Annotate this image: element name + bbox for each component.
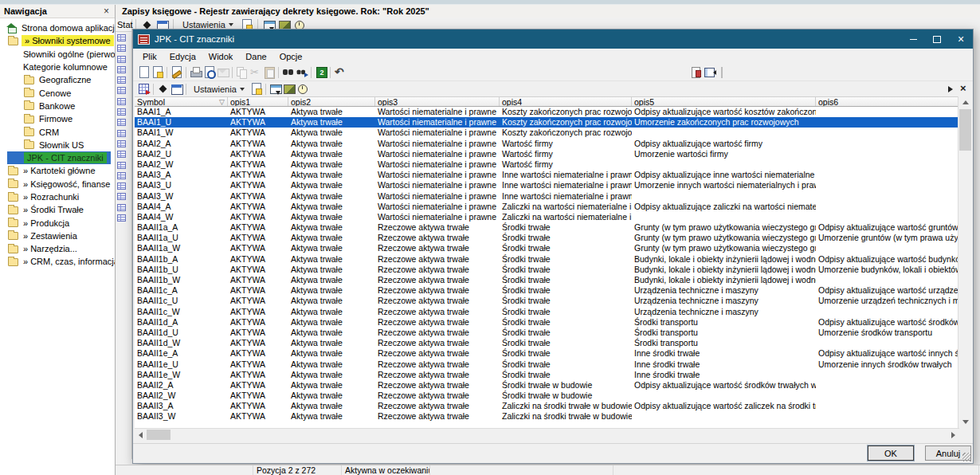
nav-item-cenowe[interactable]: Cenowe	[0, 86, 115, 99]
nav-item--ksi-gowo-finanse[interactable]: » Księgowość, finanse	[0, 178, 115, 190]
table-row[interactable]: BAAII1e_WAKTYWAAktywa trwałeRzeczowe akt…	[135, 370, 959, 380]
table-row[interactable]: BAAII1a_UAKTYWAAktywa trwałeRzeczowe akt…	[135, 233, 959, 243]
column-header-opis2[interactable]: opis2	[288, 97, 375, 106]
table-row[interactable]: BAAII3_AAKTYWAAktywa trwałeRzeczowe akty…	[135, 401, 959, 411]
nav-item--narz-dzia-[interactable]: » Narzędzia...	[0, 242, 115, 255]
grid-filter-icon[interactable]	[137, 82, 151, 96]
nav-item-s-ownik-us[interactable]: Słownik US	[0, 139, 115, 151]
table-row[interactable]: BAAII1c_WAKTYWAAktywa trwałeRzeczowe akt…	[135, 307, 959, 317]
column-header-opis1[interactable]: opis1	[228, 97, 288, 106]
column-header-opis5[interactable]: opis5	[632, 97, 816, 106]
paste-icon[interactable]	[262, 65, 276, 79]
user-columns-icon[interactable]	[689, 65, 703, 79]
nav-close-icon[interactable]: ×	[102, 6, 111, 17]
nav-item--rozrachunki[interactable]: » Rozrachunki	[0, 190, 115, 203]
cut-icon[interactable]	[249, 65, 262, 79]
vertical-scroll-thumb[interactable]	[959, 109, 971, 151]
undo-icon[interactable]	[333, 65, 347, 79]
dialog-title-bar[interactable]: JPK - CIT znaczniki ×	[133, 29, 973, 49]
column-header-opis3[interactable]: opis3	[375, 97, 500, 106]
window-arrow-icon[interactable]	[269, 82, 282, 96]
table-row[interactable]: BAAII1d_AAKTYWAAktywa trwałeRzeczowe akt…	[135, 317, 959, 328]
ustawienia-dropdown[interactable]: Ustawienia	[189, 84, 249, 95]
expand-arrow-icon[interactable]	[943, 82, 957, 96]
table-row[interactable]: BAAII1b_WAKTYWAAktywa trwałeRzeczowe akt…	[135, 275, 959, 285]
mail-icon[interactable]	[216, 65, 229, 79]
nav-item-crm[interactable]: CRM	[0, 125, 115, 138]
scroll-right-icon[interactable]	[947, 429, 959, 441]
new-document-icon[interactable]	[137, 65, 151, 79]
table-row[interactable]: BAAII1b_UAKTYWAAktywa trwałeRzeczowe akt…	[135, 265, 959, 275]
settings-properties-icon[interactable]	[249, 82, 263, 96]
table-row[interactable]: BAAII1a_WAKTYWAAktywa trwałeRzeczowe akt…	[135, 243, 959, 253]
table-row[interactable]: BAAI3_UAKTYWAAktywa trwałeWartości niema…	[135, 180, 959, 190]
edit-export-icon[interactable]	[170, 65, 183, 79]
find-icon[interactable]	[281, 65, 295, 79]
resize-grip[interactable]	[962, 453, 971, 461]
table-row[interactable]: BAAII1e_AAKTYWAAktywa trwałeRzeczowe akt…	[135, 348, 959, 359]
column-header-opis4[interactable]: opis4	[500, 97, 632, 106]
table-row[interactable]: BAAI3_AAKTYWAAktywa trwałeWartości niema…	[135, 170, 959, 180]
table-view-icon[interactable]	[170, 82, 183, 96]
table-row[interactable]: BAAI1_WAKTYWAAktywa trwałeWartości niema…	[135, 128, 959, 138]
nav-item--kartoteki-g-wne[interactable]: » Kartoteki główne	[0, 164, 115, 177]
table-row[interactable]: BAAII1c_UAKTYWAAktywa trwałeRzeczowe akt…	[135, 296, 959, 306]
scroll-left-icon[interactable]	[135, 429, 147, 441]
nav-item-firmowe[interactable]: Firmowe	[0, 112, 115, 125]
menu-edycja[interactable]: Edycja	[163, 51, 202, 62]
table-row[interactable]: BAAI2_UAKTYWAAktywa trwałeWartości niema…	[135, 149, 959, 159]
properties-icon[interactable]	[151, 65, 164, 79]
nav-item--s-owniki-systemowe[interactable]: » Słowniki systemowe	[0, 34, 115, 47]
nav-item-geograficzne[interactable]: Geograficzne	[0, 73, 115, 86]
vertical-scrollbar[interactable]	[958, 96, 971, 428]
nav-item--rodki-trwa-e[interactable]: » Środki Trwałe	[0, 203, 115, 216]
table-row[interactable]: BAAI3_WAKTYWAAktywa trwałeWartości niema…	[135, 191, 959, 202]
close-small-icon[interactable]	[957, 82, 970, 96]
menu-dane[interactable]: Dane	[239, 51, 272, 62]
table-row[interactable]: BAAII2_WAKTYWAAktywa trwałeRzeczowe akty…	[135, 391, 959, 401]
column-header-opis6[interactable]: opis6	[816, 97, 959, 106]
close-icon[interactable]: ×	[949, 29, 973, 49]
table-row[interactable]: BAAII3_WAKTYWAAktywa trwałeRzeczowe akty…	[135, 411, 959, 422]
nav-item--zestawienia[interactable]: » Zestawienia	[0, 230, 115, 242]
table-row[interactable]: BAAII1c_AAKTYWAAktywa trwałeRzeczowe akt…	[135, 285, 959, 296]
image-icon[interactable]	[282, 82, 296, 96]
sort-updown-icon[interactable]	[156, 82, 170, 96]
horizontal-scroll-thumb[interactable]	[147, 430, 171, 440]
column-header-symbol[interactable]: Symbol▽	[135, 97, 228, 106]
nav-item-bankowe[interactable]: Bankowe	[0, 100, 115, 112]
find-next-icon[interactable]	[295, 65, 308, 79]
table-row[interactable]: BAAII2_AAKTYWAAktywa trwałeRzeczowe akty…	[135, 380, 959, 391]
nav-item--produkcja[interactable]: » Produkcja	[0, 216, 115, 229]
nav-item-kategorie-kolumnowe[interactable]: Kategorie kolumnowe	[0, 61, 115, 73]
table-row[interactable]: BAAII1d_WAKTYWAAktywa trwałeRzeczowe akt…	[135, 338, 959, 348]
nav-item-s-owniki-og-lne-pierwot-[interactable]: Słowniki ogólne (pierwot...	[0, 48, 115, 61]
table-row[interactable]: BAAI2_WAKTYWAAktywa trwałeWartości niema…	[135, 159, 959, 170]
table-row[interactable]: BAAII1b_AAKTYWAAktywa trwałeRzeczowe akt…	[135, 254, 959, 265]
table-row[interactable]: BAAI4_AAKTYWAAktywa trwałeWartości niema…	[135, 202, 959, 212]
table-row[interactable]: BAAI1_UAKTYWAAktywa trwałeWartości niema…	[135, 117, 959, 128]
nav-item-jpk-cit-znaczniki[interactable]: JPK - CIT znaczniki	[7, 151, 111, 164]
table-row[interactable]: BAAII1a_AAKTYWAAktywa trwałeRzeczowe akt…	[135, 222, 959, 233]
print-icon[interactable]	[189, 65, 202, 79]
nav-item--crm-czas-informacja[interactable]: » CRM, czas, informacja	[0, 255, 115, 268]
clock-icon[interactable]	[296, 82, 309, 96]
maximize-icon[interactable]	[925, 29, 949, 49]
sort-indicator-icon[interactable]: ▽	[219, 97, 225, 106]
nav-item-strona-domowa-aplikacji[interactable]: Strona domowa aplikacji	[0, 22, 115, 34]
table-columns-icon[interactable]	[703, 65, 716, 79]
horizontal-scrollbar[interactable]	[135, 428, 959, 440]
menu-opcje[interactable]: Opcje	[273, 51, 309, 62]
menu-widok[interactable]: Widok	[202, 51, 240, 62]
scroll-up-icon[interactable]	[958, 96, 972, 108]
table-row[interactable]: BAAII1d_UAKTYWAAktywa trwałeRzeczowe akt…	[135, 328, 959, 338]
excel-export-icon[interactable]	[314, 65, 327, 79]
menu-plik[interactable]: Plik	[136, 51, 163, 62]
minimize-icon[interactable]	[901, 29, 925, 49]
ok-button[interactable]: OK	[868, 446, 914, 461]
scroll-down-icon[interactable]	[958, 416, 972, 428]
table-row[interactable]: BAAI2_AAKTYWAAktywa trwałeWartości niema…	[135, 139, 959, 149]
table-row[interactable]: BAAI1_AAKTYWAAktywa trwałeWartości niema…	[135, 107, 959, 117]
table-row[interactable]: BAAII1e_UAKTYWAAktywa trwałeRzeczowe akt…	[135, 359, 959, 370]
table-row[interactable]: BAAI4_WAKTYWAAktywa trwałeWartości niema…	[135, 212, 959, 222]
